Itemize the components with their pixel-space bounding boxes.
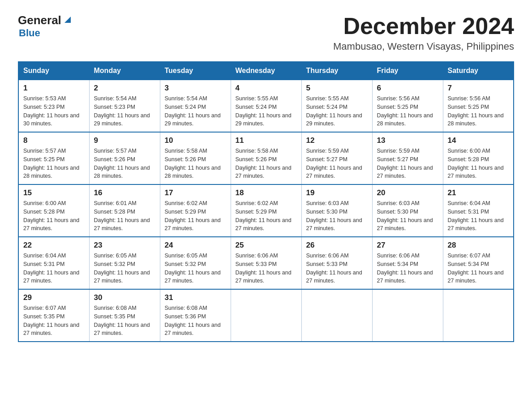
day-info: Sunrise: 5:56 AMSunset: 5:25 PMDaylight:… [448, 94, 509, 128]
day-number: 14 [448, 136, 509, 145]
day-number: 5 [306, 84, 368, 93]
calendar-cell: 5Sunrise: 5:55 AMSunset: 5:24 PMDaylight… [301, 80, 372, 132]
table-row: 22Sunrise: 6:04 AMSunset: 5:31 PMDayligh… [18, 237, 514, 289]
day-info: Sunrise: 6:06 AMSunset: 5:33 PMDaylight:… [306, 252, 368, 285]
day-number: 1 [23, 84, 85, 93]
calendar-cell [231, 289, 301, 342]
day-number: 10 [165, 136, 226, 145]
day-number: 27 [377, 241, 438, 250]
day-info: Sunrise: 5:53 AMSunset: 5:23 PMDaylight:… [23, 94, 85, 128]
day-number: 13 [377, 136, 438, 145]
day-number: 30 [94, 293, 155, 302]
calendar-cell: 6Sunrise: 5:56 AMSunset: 5:25 PMDaylight… [372, 80, 443, 132]
day-info: Sunrise: 6:06 AMSunset: 5:33 PMDaylight:… [236, 252, 297, 285]
day-number: 7 [448, 84, 509, 93]
calendar-cell: 14Sunrise: 6:00 AMSunset: 5:28 PMDayligh… [443, 132, 514, 184]
day-number: 6 [377, 84, 438, 93]
calendar-cell: 19Sunrise: 6:03 AMSunset: 5:30 PMDayligh… [301, 184, 372, 237]
day-number: 8 [23, 136, 85, 145]
day-info: Sunrise: 5:55 AMSunset: 5:24 PMDaylight:… [236, 94, 297, 128]
day-info: Sunrise: 5:57 AMSunset: 5:26 PMDaylight:… [94, 147, 155, 180]
day-info: Sunrise: 5:57 AMSunset: 5:25 PMDaylight:… [23, 147, 85, 180]
calendar-cell: 10Sunrise: 5:58 AMSunset: 5:26 PMDayligh… [160, 132, 231, 184]
day-number: 18 [236, 188, 297, 197]
table-row: 1Sunrise: 5:53 AMSunset: 5:23 PMDaylight… [18, 80, 514, 132]
day-number: 17 [165, 188, 226, 197]
day-number: 19 [306, 188, 368, 197]
page-header: General Blue December 2024 Mambusao, Wes… [18, 13, 514, 52]
day-info: Sunrise: 6:04 AMSunset: 5:31 PMDaylight:… [448, 199, 509, 233]
col-monday: Monday [89, 62, 160, 80]
calendar-cell: 25Sunrise: 6:06 AMSunset: 5:33 PMDayligh… [231, 237, 301, 289]
calendar-cell: 1Sunrise: 5:53 AMSunset: 5:23 PMDaylight… [18, 80, 89, 132]
day-info: Sunrise: 5:58 AMSunset: 5:26 PMDaylight:… [236, 147, 297, 180]
day-info: Sunrise: 6:01 AMSunset: 5:28 PMDaylight:… [94, 199, 155, 233]
day-number: 11 [236, 136, 297, 145]
day-number: 24 [165, 241, 226, 250]
day-number: 16 [94, 188, 155, 197]
day-info: Sunrise: 6:03 AMSunset: 5:30 PMDaylight:… [377, 199, 438, 233]
calendar-cell: 2Sunrise: 5:54 AMSunset: 5:23 PMDaylight… [89, 80, 160, 132]
logo-triangle-icon [63, 15, 73, 25]
calendar-cell: 8Sunrise: 5:57 AMSunset: 5:25 PMDaylight… [18, 132, 89, 184]
calendar-cell: 31Sunrise: 6:08 AMSunset: 5:36 PMDayligh… [160, 289, 231, 342]
calendar-cell: 9Sunrise: 5:57 AMSunset: 5:26 PMDaylight… [89, 132, 160, 184]
day-number: 12 [306, 136, 368, 145]
day-info: Sunrise: 5:54 AMSunset: 5:23 PMDaylight:… [94, 94, 155, 128]
logo-general-text: General [18, 13, 61, 27]
day-number: 25 [236, 241, 297, 250]
day-info: Sunrise: 6:00 AMSunset: 5:28 PMDaylight:… [23, 199, 85, 233]
calendar-cell: 22Sunrise: 6:04 AMSunset: 5:31 PMDayligh… [18, 237, 89, 289]
day-info: Sunrise: 6:08 AMSunset: 5:35 PMDaylight:… [94, 304, 155, 338]
day-info: Sunrise: 6:04 AMSunset: 5:31 PMDaylight:… [23, 252, 85, 285]
day-info: Sunrise: 5:59 AMSunset: 5:27 PMDaylight:… [377, 147, 438, 180]
calendar-cell: 24Sunrise: 6:05 AMSunset: 5:32 PMDayligh… [160, 237, 231, 289]
table-row: 8Sunrise: 5:57 AMSunset: 5:25 PMDaylight… [18, 132, 514, 184]
day-info: Sunrise: 5:55 AMSunset: 5:24 PMDaylight:… [306, 94, 368, 128]
day-number: 9 [94, 136, 155, 145]
logo: General Blue [18, 13, 73, 39]
title-area: December 2024 Mambusao, Western Visayas,… [333, 13, 514, 52]
day-info: Sunrise: 5:56 AMSunset: 5:25 PMDaylight:… [377, 94, 438, 128]
day-number: 20 [377, 188, 438, 197]
col-thursday: Thursday [301, 62, 372, 80]
day-info: Sunrise: 6:03 AMSunset: 5:30 PMDaylight:… [306, 199, 368, 233]
calendar-cell: 15Sunrise: 6:00 AMSunset: 5:28 PMDayligh… [18, 184, 89, 237]
day-number: 15 [23, 188, 85, 197]
location-subtitle: Mambusao, Western Visayas, Philippines [333, 41, 514, 52]
table-row: 29Sunrise: 6:07 AMSunset: 5:35 PMDayligh… [18, 289, 514, 342]
calendar-cell: 23Sunrise: 6:05 AMSunset: 5:32 PMDayligh… [89, 237, 160, 289]
calendar-cell [372, 289, 443, 342]
day-info: Sunrise: 5:58 AMSunset: 5:26 PMDaylight:… [165, 147, 226, 180]
day-info: Sunrise: 6:05 AMSunset: 5:32 PMDaylight:… [165, 252, 226, 285]
month-title: December 2024 [333, 13, 514, 39]
calendar-cell: 16Sunrise: 6:01 AMSunset: 5:28 PMDayligh… [89, 184, 160, 237]
calendar-cell [301, 289, 372, 342]
day-info: Sunrise: 6:07 AMSunset: 5:34 PMDaylight:… [448, 252, 509, 285]
day-number: 31 [165, 293, 226, 302]
col-saturday: Saturday [443, 62, 514, 80]
day-info: Sunrise: 6:06 AMSunset: 5:34 PMDaylight:… [377, 252, 438, 285]
calendar-cell: 12Sunrise: 5:59 AMSunset: 5:27 PMDayligh… [301, 132, 372, 184]
col-friday: Friday [372, 62, 443, 80]
day-number: 22 [23, 241, 85, 250]
calendar-cell: 29Sunrise: 6:07 AMSunset: 5:35 PMDayligh… [18, 289, 89, 342]
calendar-cell: 17Sunrise: 6:02 AMSunset: 5:29 PMDayligh… [160, 184, 231, 237]
calendar-cell [443, 289, 514, 342]
day-info: Sunrise: 6:02 AMSunset: 5:29 PMDaylight:… [236, 199, 297, 233]
day-info: Sunrise: 6:08 AMSunset: 5:36 PMDaylight:… [165, 304, 226, 338]
svg-marker-0 [64, 17, 71, 23]
calendar-cell: 26Sunrise: 6:06 AMSunset: 5:33 PMDayligh… [301, 237, 372, 289]
col-sunday: Sunday [18, 62, 89, 80]
day-number: 23 [94, 241, 155, 250]
calendar-cell: 4Sunrise: 5:55 AMSunset: 5:24 PMDaylight… [231, 80, 301, 132]
day-number: 26 [306, 241, 368, 250]
calendar-header-row: Sunday Monday Tuesday Wednesday Thursday… [18, 62, 514, 80]
calendar-cell: 27Sunrise: 6:06 AMSunset: 5:34 PMDayligh… [372, 237, 443, 289]
logo-blue-text: Blue [19, 27, 73, 39]
day-info: Sunrise: 6:02 AMSunset: 5:29 PMDaylight:… [165, 199, 226, 233]
calendar-cell: 7Sunrise: 5:56 AMSunset: 5:25 PMDaylight… [443, 80, 514, 132]
day-number: 29 [23, 293, 85, 302]
col-tuesday: Tuesday [160, 62, 231, 80]
day-info: Sunrise: 6:07 AMSunset: 5:35 PMDaylight:… [23, 304, 85, 338]
